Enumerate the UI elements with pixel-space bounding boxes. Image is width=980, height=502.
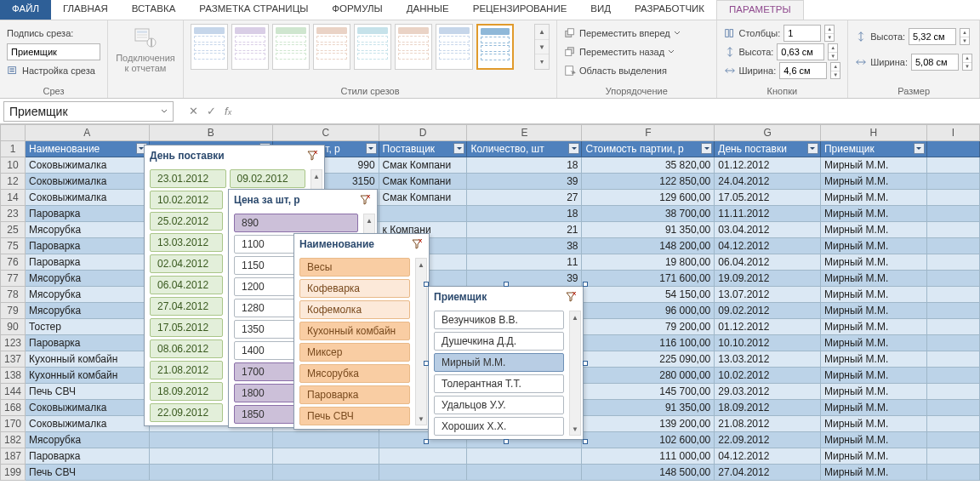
- cell[interactable]: 171 600,00: [582, 271, 715, 287]
- tab-формулы[interactable]: ФОРМУЛЫ: [320, 0, 394, 20]
- row-header[interactable]: 25: [1, 222, 26, 238]
- cell[interactable]: 129 600,00: [582, 190, 715, 206]
- table-header-cell[interactable]: [926, 141, 979, 157]
- slice-caption-input[interactable]: [7, 43, 100, 60]
- selection-pane-button[interactable]: Область выделения: [564, 61, 709, 80]
- cell[interactable]: Мирный М.М.: [820, 254, 926, 271]
- col-header[interactable]: F: [582, 125, 715, 141]
- table-header-cell[interactable]: Количество, шт: [467, 141, 582, 157]
- cell[interactable]: [926, 287, 979, 303]
- slicer-item[interactable]: Толерантная Т.Т.: [434, 374, 564, 393]
- cell[interactable]: Мясорубка: [26, 222, 149, 238]
- cell[interactable]: 24.04.2012: [715, 174, 821, 190]
- row-header[interactable]: 10: [1, 157, 26, 174]
- cell[interactable]: Смак Компани: [379, 157, 467, 174]
- cell[interactable]: [926, 157, 979, 174]
- filter-dropdown-icon[interactable]: [568, 143, 579, 154]
- select-all-corner[interactable]: [1, 125, 26, 141]
- cell[interactable]: Мирный М.М.: [820, 190, 926, 206]
- row-header[interactable]: 187: [1, 448, 26, 465]
- row-header[interactable]: 76: [1, 254, 26, 271]
- slicer-item[interactable]: 27.04.2012: [150, 297, 223, 316]
- slicer-item[interactable]: Миксер: [299, 343, 410, 362]
- slicer-scrollbar[interactable]: ▲▼: [569, 311, 581, 436]
- cell[interactable]: 225 090,00: [582, 351, 715, 368]
- cell[interactable]: [149, 465, 272, 481]
- worksheet[interactable]: ABCDEFGHI1НаименованиеПроизводительЦена …: [0, 124, 980, 481]
- cell[interactable]: 122 850,00: [582, 174, 715, 190]
- slicer-item[interactable]: Кофеварка: [299, 279, 410, 298]
- bring-forward-button[interactable]: Переместить вперед: [564, 24, 709, 43]
- tab-данные[interactable]: ДАННЫЕ: [395, 0, 461, 20]
- cell[interactable]: [926, 368, 979, 384]
- cell[interactable]: [926, 384, 979, 400]
- cell[interactable]: Мирный М.М.: [820, 400, 926, 416]
- cell[interactable]: 79 200,00: [582, 319, 715, 335]
- cell[interactable]: [926, 432, 979, 448]
- clear-filter-icon[interactable]: [410, 237, 424, 251]
- slicer-item[interactable]: 22.09.2012: [150, 403, 223, 422]
- cell[interactable]: 03.04.2012: [715, 222, 821, 238]
- cell[interactable]: Мирный М.М.: [820, 335, 926, 351]
- filter-dropdown-icon[interactable]: [453, 143, 464, 154]
- cell[interactable]: [926, 238, 979, 254]
- cell[interactable]: Мясорубка: [26, 432, 149, 448]
- tab-главная[interactable]: ГЛАВНАЯ: [51, 0, 120, 20]
- cell[interactable]: Пароварка: [26, 206, 149, 222]
- cell[interactable]: Мирный М.М.: [820, 222, 926, 238]
- tab-вставка[interactable]: ВСТАВКА: [120, 0, 188, 20]
- table-header-cell[interactable]: Приемщик: [820, 141, 926, 157]
- cell[interactable]: Кухонный комбайн: [26, 351, 149, 368]
- cell[interactable]: [149, 432, 272, 448]
- row-header[interactable]: 23: [1, 206, 26, 222]
- tab-разметка страницы[interactable]: РАЗМЕТКА СТРАНИЦЫ: [187, 0, 320, 20]
- table-header-cell[interactable]: Поставщик: [379, 141, 467, 157]
- cell[interactable]: 22.09.2012: [715, 432, 821, 448]
- row-header[interactable]: 168: [1, 400, 26, 416]
- col-header[interactable]: G: [715, 125, 821, 141]
- cell[interactable]: 102 600,00: [582, 432, 715, 448]
- row-header[interactable]: 78: [1, 287, 26, 303]
- row-header[interactable]: 75: [1, 238, 26, 254]
- row-header[interactable]: 14: [1, 190, 26, 206]
- send-backward-button[interactable]: Переместить назад: [564, 43, 709, 61]
- cell[interactable]: Соковыжималка: [26, 416, 149, 432]
- style-thumb[interactable]: [354, 24, 391, 70]
- cell[interactable]: Мирный М.М.: [820, 448, 926, 465]
- cell[interactable]: 17.05.2012: [715, 190, 821, 206]
- cell[interactable]: 11: [467, 254, 582, 271]
- cell[interactable]: 91 350,00: [582, 222, 715, 238]
- cell[interactable]: 06.04.2012: [715, 254, 821, 271]
- cell[interactable]: Мирный М.М.: [820, 465, 926, 481]
- cell[interactable]: Пароварка: [26, 448, 149, 465]
- slicer-item[interactable]: Печь СВЧ: [299, 407, 410, 425]
- cell[interactable]: [926, 400, 979, 416]
- cell[interactable]: Мирный М.М.: [820, 287, 926, 303]
- table-header-cell[interactable]: Наименование: [26, 141, 149, 157]
- size-width-input[interactable]: [911, 54, 959, 71]
- button-width-input[interactable]: [779, 62, 827, 79]
- accept-formula-button[interactable]: ✓: [207, 105, 216, 117]
- cell[interactable]: [272, 432, 379, 448]
- style-thumb[interactable]: [395, 24, 432, 70]
- slicer-item[interactable]: 23.01.2012: [150, 169, 226, 188]
- slicer-item[interactable]: Весы: [299, 258, 410, 277]
- cell[interactable]: Соковыжималка: [26, 400, 149, 416]
- cell[interactable]: 13.03.2012: [715, 351, 821, 368]
- style-thumb[interactable]: [313, 24, 350, 70]
- table-header-cell[interactable]: День поставки: [715, 141, 821, 157]
- slicer-item[interactable]: Удальцов У.У.: [434, 396, 564, 414]
- style-thumb[interactable]: [436, 24, 473, 70]
- cell[interactable]: [926, 465, 979, 481]
- col-header[interactable]: B: [149, 125, 272, 141]
- slicer-item[interactable]: Мирный М.М.: [434, 353, 564, 372]
- cell[interactable]: [926, 254, 979, 271]
- cell[interactable]: Тостер: [26, 319, 149, 335]
- cell[interactable]: 04.12.2012: [715, 448, 821, 465]
- cell[interactable]: Мирный М.М.: [820, 432, 926, 448]
- cell[interactable]: 139 200,00: [582, 416, 715, 432]
- cell[interactable]: Мирный М.М.: [820, 157, 926, 174]
- button-height-input[interactable]: [777, 43, 824, 60]
- slicer-item[interactable]: 25.02.2012: [150, 212, 223, 231]
- slicer-item[interactable]: 18.09.2012: [150, 382, 223, 401]
